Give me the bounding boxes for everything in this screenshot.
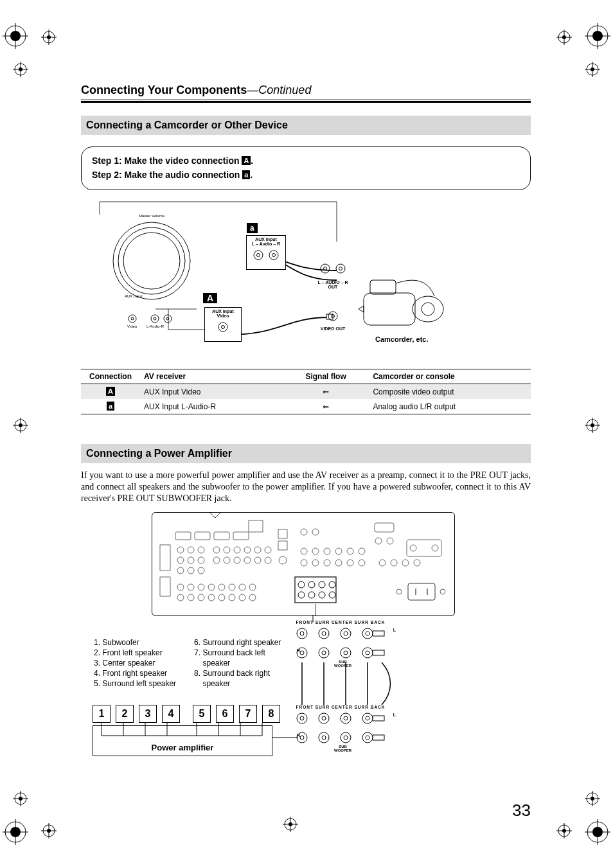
- svg-point-43: [19, 423, 22, 427]
- pa-link-line-icon: [272, 737, 298, 738]
- preout-zoom-bottom: FRONT SURR CENTER SURR BACK L R SUB WOO: [290, 705, 391, 754]
- num-box: 1: [93, 705, 111, 723]
- reg-mark-icon: [13, 62, 28, 77]
- power-amplifier-label: Power amplifier: [152, 743, 214, 752]
- svg-point-92: [177, 557, 184, 563]
- svg-point-77: [321, 264, 330, 273]
- svg-point-147: [335, 548, 342, 554]
- crop-mark-icon: [3, 23, 28, 49]
- reg-mark-icon: [585, 62, 600, 77]
- reg-mark-icon: [13, 791, 28, 806]
- receiver-back-panel-icon: [152, 512, 455, 616]
- svg-point-133: [249, 584, 256, 590]
- svg-point-79: [336, 264, 345, 273]
- svg-point-104: [234, 547, 240, 553]
- svg-point-106: [254, 547, 261, 553]
- aux-video-box: AUX Input Video: [204, 307, 242, 342]
- svg-point-174: [300, 632, 304, 635]
- svg-point-85: [422, 303, 434, 315]
- row-tag: a: [107, 402, 114, 411]
- svg-rect-117: [295, 577, 336, 603]
- svg-point-94: [198, 557, 204, 563]
- steps-box: Step 1: Make the video connection A. Ste…: [81, 146, 531, 190]
- cam-video-label: VIDEO OUT: [319, 326, 347, 331]
- svg-point-163: [391, 560, 397, 566]
- preout-r: R: [297, 648, 300, 653]
- rca-pair-icon: [247, 246, 285, 263]
- svg-point-173: [297, 628, 307, 639]
- svg-point-96: [188, 567, 194, 574]
- crop-mark-icon: [585, 819, 610, 845]
- table-row: A AUX Input Video ⇐ Composite video outp…: [81, 384, 531, 400]
- svg-point-126: [177, 584, 184, 590]
- svg-point-97: [198, 567, 204, 574]
- row-flow: ⇐: [283, 399, 369, 414]
- step1-suffix: .: [251, 155, 253, 166]
- svg-point-72: [257, 254, 260, 257]
- svg-rect-208: [373, 735, 384, 740]
- th-flow: Signal flow: [283, 369, 369, 384]
- reg-mark-icon: [556, 823, 572, 838]
- list-item: 2. Front left speaker: [94, 648, 176, 658]
- svg-point-186: [344, 651, 348, 655]
- svg-point-184: [322, 651, 326, 655]
- svg-point-179: [362, 628, 373, 639]
- camcorder-label: Camcorder, etc.: [375, 335, 429, 343]
- th-source: Camcorder or console: [369, 369, 531, 384]
- svg-point-153: [335, 560, 342, 566]
- svg-point-148: [347, 548, 353, 554]
- svg-point-113: [265, 557, 271, 563]
- svg-point-27: [47, 829, 51, 833]
- svg-point-187: [362, 648, 373, 658]
- crop-mark-icon: [3, 819, 28, 845]
- page-number: 33: [512, 801, 531, 820]
- title-suffix: —Continued: [247, 84, 311, 96]
- svg-point-202: [322, 736, 326, 740]
- svg-point-151: [312, 560, 319, 566]
- svg-point-145: [312, 548, 319, 554]
- ampin-top-labels: FRONT SURR CENTER SURR BACK: [290, 705, 391, 709]
- svg-point-105: [244, 547, 251, 553]
- svg-point-75: [218, 323, 227, 332]
- svg-point-59: [289, 822, 292, 826]
- th-receiver: AV receiver: [140, 369, 283, 384]
- svg-point-175: [319, 628, 329, 639]
- num-box: 6: [216, 705, 234, 723]
- svg-point-109: [224, 557, 230, 563]
- svg-point-164: [402, 560, 409, 566]
- svg-point-90: [188, 547, 194, 553]
- step-2: Step 2: Make the audio connection a.: [92, 168, 520, 182]
- svg-point-146: [324, 548, 330, 554]
- svg-point-201: [319, 732, 329, 743]
- svg-point-124: [319, 592, 325, 598]
- step2-suffix: .: [250, 170, 253, 180]
- num-box: 7: [239, 705, 257, 723]
- svg-point-143: [312, 529, 319, 535]
- cam-audio-jacks: L – AUDIO – R OUT: [314, 261, 352, 289]
- camcorder-icon: [357, 274, 460, 338]
- svg-point-160: [410, 545, 416, 551]
- tag-a-lower: a: [242, 170, 250, 179]
- svg-point-205: [362, 732, 373, 743]
- svg-point-195: [341, 713, 351, 723]
- svg-point-91: [198, 547, 204, 553]
- ampin-l: L: [393, 713, 396, 717]
- svg-point-149: [359, 548, 365, 554]
- reg-mark-icon: [585, 418, 600, 433]
- svg-point-196: [344, 716, 348, 720]
- svg-point-197: [362, 713, 373, 723]
- num-box: 2: [116, 705, 134, 723]
- step-1: Step 1: Make the video connection A.: [92, 154, 520, 168]
- reg-mark-icon: [585, 791, 600, 806]
- svg-point-182: [300, 651, 304, 655]
- connection-table: Connection AV receiver Signal flow Camco…: [81, 369, 531, 414]
- svg-point-120: [319, 581, 325, 588]
- svg-point-188: [366, 651, 369, 655]
- svg-point-55: [591, 797, 594, 801]
- row-src: Analog audio L/R output: [369, 399, 531, 414]
- svg-rect-114: [278, 529, 287, 538]
- svg-rect-189: [373, 631, 384, 636]
- svg-point-76: [222, 326, 225, 329]
- svg-point-206: [366, 736, 369, 740]
- svg-point-141: [249, 594, 256, 601]
